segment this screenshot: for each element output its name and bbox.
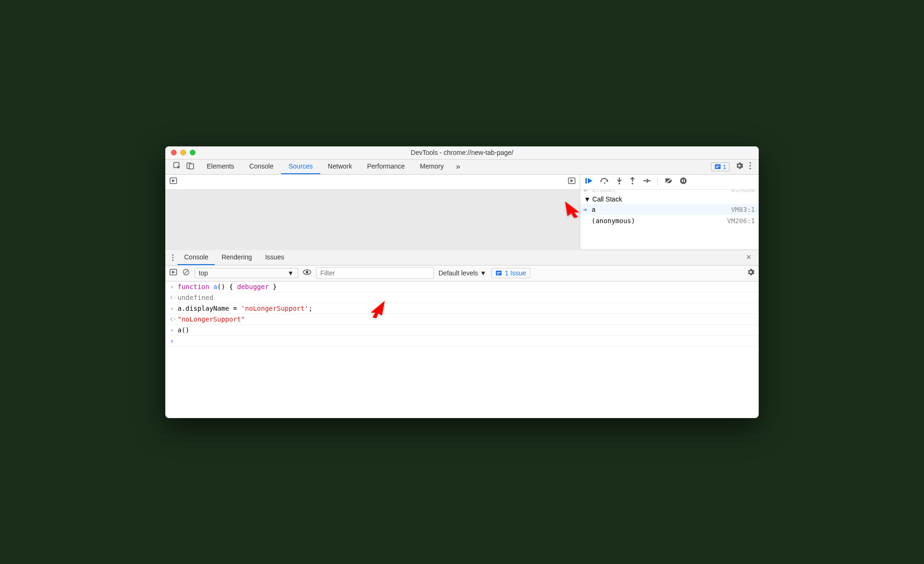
frame-location: VM83:1: [731, 206, 755, 213]
dropdown-triangle-icon: ▼: [287, 269, 294, 277]
drawer-tab-rendering[interactable]: Rendering: [215, 250, 259, 265]
console-line: ›a.displayName = 'noLongerSupport';: [165, 303, 759, 314]
console-line: "noLongerSupport": [165, 314, 759, 325]
console-line: ›a(): [165, 325, 759, 336]
step-out-icon[interactable]: [629, 177, 636, 186]
svg-rect-3: [715, 164, 721, 169]
kebab-menu-icon[interactable]: [749, 161, 751, 172]
titlebar: DevTools - chrome://new-tab-page/: [165, 146, 759, 160]
issues-button-label: 1 Issue: [505, 269, 526, 277]
svg-rect-25: [496, 271, 502, 275]
scope-row-truncated: ▶ GlobalWindow: [580, 190, 759, 194]
svg-point-12: [604, 183, 606, 184]
callstack-header-label: Call Stack: [592, 195, 622, 203]
frame-name: a: [592, 206, 595, 213]
drawer-tabs: ConsoleRenderingIssues: [178, 250, 291, 265]
levels-label: Default levels: [438, 269, 478, 277]
code-content: "noLongerSupport": [178, 315, 245, 323]
main-tabbar: ElementsConsoleSourcesNetworkPerformance…: [165, 160, 759, 175]
console-line[interactable]: ›: [165, 336, 759, 346]
callstack-header[interactable]: ▼ Call Stack: [580, 194, 759, 204]
svg-line-22: [184, 270, 188, 274]
devtools-window: DevTools - chrome://new-tab-page/ Elemen…: [165, 146, 759, 418]
current-frame-icon: ➔: [583, 206, 587, 213]
console-line: ›function a() { debugger }: [165, 282, 759, 292]
right-controls: 1: [706, 160, 756, 174]
deactivate-breakpoints-icon[interactable]: [665, 177, 673, 186]
svg-rect-4: [716, 166, 720, 167]
empty-editor-area: [165, 190, 580, 250]
debugger-sidebar: ▶ GlobalWindow ▼ Call Stack ➔aVM83:1(ano…: [580, 175, 759, 250]
svg-point-17: [172, 254, 174, 256]
prompt-icon: ›: [170, 283, 178, 290]
console-toolbar: top ▼ Default levels ▼ 1 Issue: [165, 266, 759, 282]
code-content: function a() { debugger }: [178, 283, 277, 290]
step-icon[interactable]: [642, 177, 651, 186]
drawer-tab-issues[interactable]: Issues: [259, 250, 291, 265]
step-over-icon[interactable]: [600, 177, 609, 186]
prompt-icon: ›: [170, 326, 178, 334]
pause-on-exceptions-icon[interactable]: [680, 177, 687, 186]
disclosure-triangle-icon: ▼: [584, 195, 591, 203]
svg-point-18: [172, 257, 174, 258]
tab-memory[interactable]: Memory: [413, 160, 452, 174]
svg-point-6: [749, 162, 751, 163]
svg-point-13: [618, 183, 620, 185]
clear-console-icon[interactable]: [182, 268, 190, 278]
window-title: DevTools - chrome://new-tab-page/: [165, 149, 759, 156]
more-tabs-button[interactable]: »: [451, 160, 465, 174]
prompt-icon: ›: [170, 337, 178, 345]
console-line: undefined: [165, 292, 759, 303]
svg-rect-5: [716, 167, 718, 168]
tab-console[interactable]: Console: [242, 160, 281, 174]
prompt-icon: [170, 315, 178, 323]
step-into-icon[interactable]: [616, 177, 623, 186]
code-content: a(): [178, 326, 189, 334]
toggle-navigator-icon[interactable]: [169, 177, 178, 187]
svg-rect-2: [189, 164, 194, 169]
live-expression-icon[interactable]: [303, 269, 311, 277]
callstack-item[interactable]: ➔aVM83:1: [580, 204, 759, 215]
svg-point-14: [632, 183, 633, 185]
context-label: top: [199, 269, 208, 277]
code-content: undefined: [178, 294, 213, 301]
svg-point-19: [172, 259, 174, 261]
issues-button[interactable]: 1 Issue: [491, 268, 530, 278]
filter-input[interactable]: [316, 267, 434, 279]
tab-sources[interactable]: Sources: [281, 160, 320, 174]
drawer-menu-icon[interactable]: [168, 250, 178, 265]
inspect-element-icon[interactable]: [173, 161, 181, 172]
svg-point-29: [174, 318, 175, 319]
console-settings-icon[interactable]: [746, 268, 755, 278]
tab-elements[interactable]: Elements: [199, 160, 242, 174]
device-toggle-icon[interactable]: [186, 161, 195, 172]
svg-point-15: [649, 180, 650, 181]
sources-editor: [165, 175, 580, 250]
svg-point-7: [749, 165, 751, 166]
toggle-console-sidebar-icon[interactable]: [169, 268, 178, 278]
context-selector[interactable]: top ▼: [195, 268, 298, 278]
tab-network[interactable]: Network: [320, 160, 359, 174]
issue-count-label: 1: [723, 163, 726, 170]
tab-performance[interactable]: Performance: [359, 160, 412, 174]
close-drawer-icon[interactable]: ×: [741, 250, 756, 265]
prompt-icon: ›: [170, 305, 178, 312]
dropdown-triangle-icon: ▼: [480, 269, 486, 277]
svg-rect-11: [585, 178, 587, 184]
sources-panel: ▶ GlobalWindow ▼ Call Stack ➔aVM83:1(ano…: [165, 175, 759, 250]
code-content: a.displayName = 'noLongerSupport';: [178, 305, 313, 312]
frame-location: VM206:1: [727, 217, 755, 225]
prompt-icon: [170, 294, 178, 301]
debugger-toolbar: [580, 175, 759, 190]
log-levels-selector[interactable]: Default levels ▼: [438, 269, 486, 277]
resume-icon[interactable]: [585, 177, 593, 186]
svg-point-28: [174, 297, 175, 298]
svg-rect-26: [497, 272, 501, 273]
drawer-tab-console[interactable]: Console: [178, 250, 215, 265]
issues-badge[interactable]: 1: [711, 162, 729, 171]
console-log: ›function a() { debugger }undefined›a.di…: [165, 282, 759, 418]
settings-icon[interactable]: [735, 161, 744, 172]
callstack-item[interactable]: (anonymous)VM206:1: [580, 215, 759, 226]
drawer-tabbar: ConsoleRenderingIssues ×: [165, 250, 759, 266]
toggle-sidebar-icon[interactable]: [567, 177, 576, 187]
